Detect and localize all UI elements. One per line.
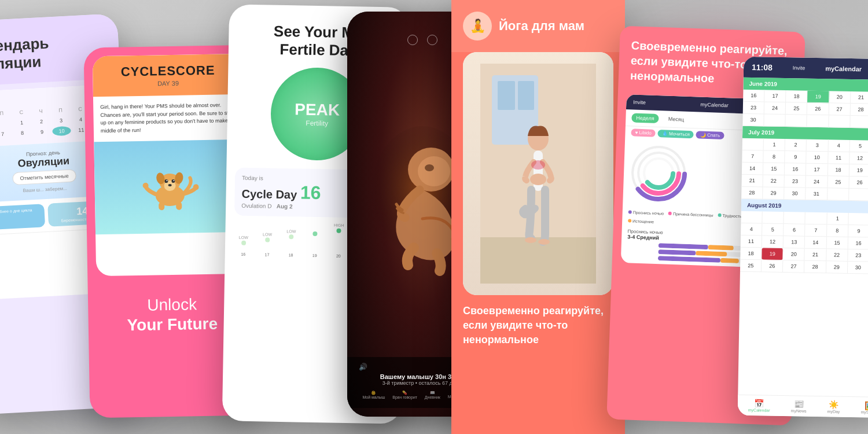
card6-tab-week[interactable]: Неделя [631,113,659,123]
card7-nav-mycalendar[interactable]: 📅 myCalendar [748,399,770,413]
svg-point-17 [425,164,434,171]
card3-peak-label: PEAK [295,101,340,120]
svg-rect-22 [480,237,596,284]
card5-warning-text: Своевременно реагируйте, если увидите чт… [451,295,625,356]
card6-app-name: myCalendar [700,102,729,109]
card3-fertility-label: Fertility [306,119,328,128]
svg-point-25 [530,174,546,185]
card7-nav-myday[interactable]: ☀️ myDay [827,400,840,413]
card7-nav-invite[interactable]: Invite [793,65,806,71]
svg-point-16 [418,156,450,186]
card4-nav-diary[interactable]: 📖 Дневник [425,391,440,399]
svg-rect-20 [498,81,515,110]
card2-app-name: CYCLESCORE [101,62,234,80]
card6-badge-sleep[interactable]: 🌙 Спать [696,131,724,139]
card1-detail-box: Подробнее о дне цикла [0,204,45,231]
card2-inner: CYCLESCORE DAY 39 Girl, hang in there! Y… [93,54,247,276]
card-yoga-mama: 🧘 Йога для мам [451,0,625,434]
card4-nav-doctor[interactable]: 💊 Врач говорит [392,391,417,399]
card7-bottom-nav: 📅 myCalendar 📰 myNews ☀️ myDay 🖼️ myScen… [738,395,868,418]
svg-rect-10 [159,202,164,210]
card5-title: Йога для мам [499,19,584,34]
card1-mark-button[interactable]: Отметить месячные [12,170,76,186]
card5-avatar: 🧘 [463,12,492,41]
card4-nav-baby[interactable]: 👶 Мой малыш [362,391,385,399]
card6-nav-left: Invite [633,99,646,105]
svg-rect-11 [176,202,182,210]
card7-nav-mynews[interactable]: 📰 myNews [791,399,807,413]
card6-badge-urinate[interactable]: 💧 Мочиться [658,130,694,138]
card6-tab-month[interactable]: Месяц [664,114,689,124]
card7-nav-myscene[interactable]: 🖼️ myScene [860,400,868,414]
card2-unlock-line1: Unlock [147,295,197,314]
card2-description: Girl, hang in there! Your PMS should be … [93,94,244,142]
card6-badge-libido[interactable]: ♥ Libido [631,128,656,137]
card5-phone [463,52,613,295]
card7-app-title: myCalendar [825,65,862,72]
card2-day: DAY 39 [101,79,234,88]
svg-rect-21 [518,81,534,110]
svg-point-26 [525,237,536,243]
card-mycalendar: 11:08 Invite myCalendar G June 2019 1617… [738,57,868,418]
svg-point-27 [538,239,550,245]
svg-point-28 [531,160,545,170]
card2-unlock-line2: Your Future [103,313,242,335]
card7-time: 11:08 [752,62,773,72]
card2-dog-illustration [94,139,246,235]
